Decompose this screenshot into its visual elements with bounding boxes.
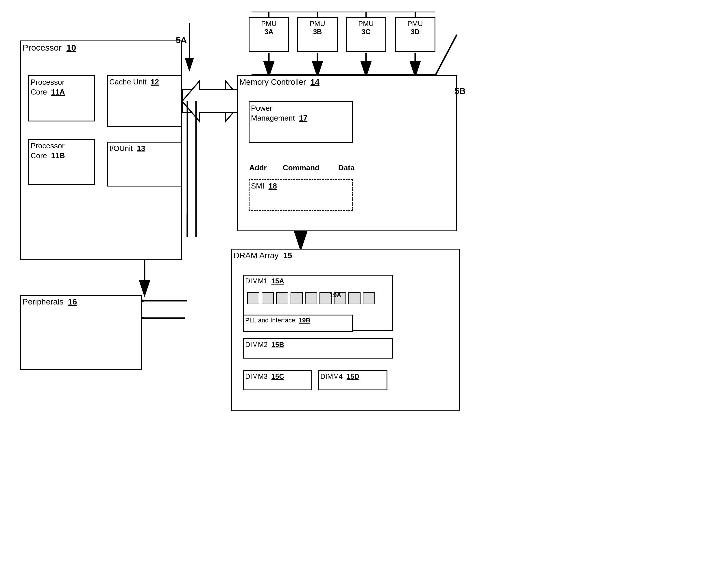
dimm2-label: DIMM2 15B bbox=[245, 341, 284, 349]
dimm3-text: DIMM3 bbox=[245, 372, 267, 380]
power-management-label: Power Management 17 bbox=[251, 104, 307, 123]
core-11a-label: Processor Core 11A bbox=[31, 78, 65, 97]
core-11b-id: 11B bbox=[51, 151, 65, 160]
dimm1-label: DIMM1 15A bbox=[245, 277, 284, 285]
smi-label: SMI 18 bbox=[251, 181, 277, 191]
dimm1-text: DIMM1 bbox=[245, 277, 267, 285]
chip-19a-label: 19A bbox=[329, 291, 341, 299]
io-unit-text: I/OUnit bbox=[109, 144, 133, 153]
mem-chip bbox=[247, 292, 259, 304]
pmu-3b-label: PMU 3B bbox=[299, 20, 336, 36]
data-label: Data bbox=[338, 163, 354, 172]
core-11b-text1: Processor bbox=[31, 141, 64, 150]
pmu-3d-label: PMU 3D bbox=[397, 20, 433, 36]
svg-marker-11 bbox=[182, 81, 243, 121]
svg-line-34 bbox=[435, 35, 457, 75]
peripherals-text: Peripherals bbox=[23, 297, 64, 306]
dimm4-text: DIMM4 bbox=[320, 372, 343, 380]
mem-chip bbox=[305, 292, 317, 304]
svg-marker-10 bbox=[182, 81, 243, 121]
pll-id: 19B bbox=[299, 317, 310, 324]
dimm4-id: 15D bbox=[347, 372, 359, 380]
pmu-3d-id: 3D bbox=[411, 28, 420, 35]
peripherals-id: 16 bbox=[68, 297, 77, 306]
mem-chip bbox=[262, 292, 274, 304]
mem-chip bbox=[348, 292, 360, 304]
memory-chips-container bbox=[247, 292, 375, 304]
addr-label: Addr bbox=[249, 163, 267, 172]
smi-text: SMI bbox=[251, 181, 264, 190]
pmu-3b-text: PMU bbox=[299, 20, 336, 28]
mem-chip bbox=[291, 292, 303, 304]
pll-label: PLL and Interface 19B bbox=[245, 317, 310, 324]
mem-chip bbox=[363, 292, 375, 304]
peripherals-label: Peripherals 16 bbox=[23, 297, 77, 307]
cache-unit-id: 12 bbox=[151, 78, 159, 86]
mem-chip bbox=[276, 292, 288, 304]
pmu-3a-id: 3A bbox=[265, 28, 273, 35]
io-unit-label: I/OUnit 13 bbox=[109, 144, 145, 153]
mem-ctrl-text: Memory Controller bbox=[239, 78, 306, 86]
dimm3-label: DIMM3 15C bbox=[245, 372, 284, 380]
pm-id: 17 bbox=[299, 114, 307, 122]
pmu-3b-id: 3B bbox=[313, 28, 322, 35]
processor-label: Processor 10 bbox=[23, 43, 76, 53]
memory-controller-label: Memory Controller 14 bbox=[239, 78, 319, 87]
dram-array-label: DRAM Array 15 bbox=[234, 251, 292, 260]
io-unit-id: 13 bbox=[137, 144, 145, 153]
dimm2-text: DIMM2 bbox=[245, 341, 267, 348]
pmu-3a-text: PMU bbox=[251, 20, 287, 28]
dram-id: 15 bbox=[283, 251, 292, 260]
core-11a-id: 11A bbox=[51, 88, 65, 96]
bus-5a-label: 5A bbox=[176, 35, 187, 45]
dimm4-label: DIMM4 15D bbox=[320, 372, 359, 380]
processor-text: Processor bbox=[23, 43, 62, 52]
core-11b-text2: Core bbox=[31, 151, 47, 160]
core-11b-label: Processor Core 11B bbox=[31, 141, 65, 161]
pmu-3c-label: PMU 3C bbox=[348, 20, 384, 36]
pm-text1: Power bbox=[251, 104, 272, 113]
dimm2-id: 15B bbox=[271, 341, 284, 348]
mem-ctrl-id: 14 bbox=[311, 78, 319, 86]
dram-text: DRAM Array bbox=[234, 251, 279, 260]
dimm1-id: 15A bbox=[271, 277, 284, 285]
pmu-3c-text: PMU bbox=[348, 20, 384, 28]
dimm3-id: 15C bbox=[271, 372, 284, 380]
pmu-3a-label: PMU 3A bbox=[251, 20, 287, 36]
command-label: Command bbox=[283, 163, 319, 172]
cache-unit-label: Cache Unit 12 bbox=[109, 78, 159, 86]
pll-text: PLL and Interface bbox=[245, 317, 295, 324]
processor-id: 10 bbox=[66, 43, 76, 52]
pmu-3d-text: PMU bbox=[397, 20, 433, 28]
bus-5b-label: 5B bbox=[455, 86, 465, 96]
pm-text2: Management bbox=[251, 114, 295, 122]
core-11a-text2: Core bbox=[31, 88, 47, 96]
cache-unit-text: Cache Unit bbox=[109, 78, 147, 86]
pmu-3c-id: 3C bbox=[362, 28, 371, 35]
core-11a-text1: Processor bbox=[31, 78, 64, 86]
smi-id: 18 bbox=[269, 181, 277, 190]
